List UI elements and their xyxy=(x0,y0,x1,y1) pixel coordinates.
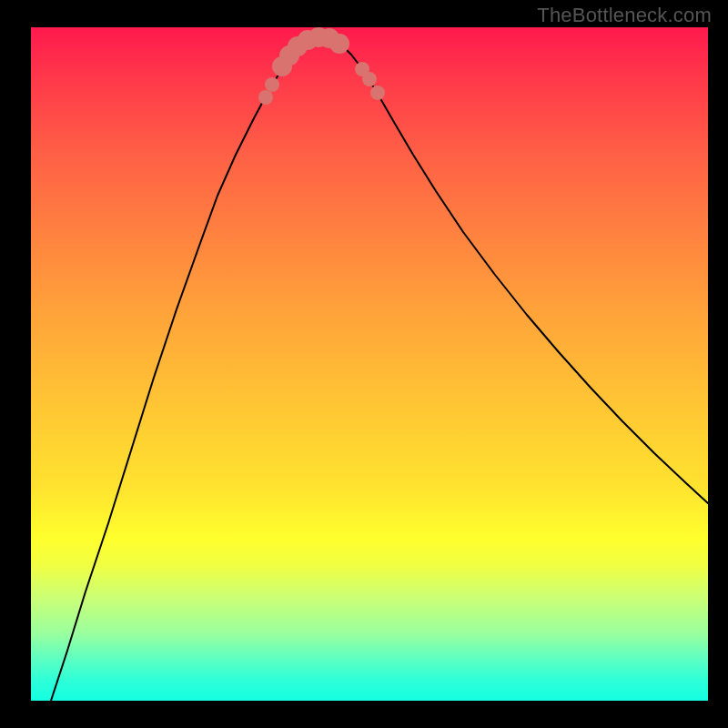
watermark-text: TheBottleneck.com xyxy=(537,4,712,27)
right-curve xyxy=(320,36,708,503)
curve-layer xyxy=(31,27,708,701)
marker-dot xyxy=(362,72,377,86)
chart-frame: TheBottleneck.com xyxy=(0,0,728,728)
marker-dot xyxy=(370,86,385,100)
curve-markers xyxy=(258,27,385,105)
bottleneck-curves xyxy=(51,36,708,701)
marker-dot xyxy=(329,34,349,54)
marker-dot xyxy=(265,77,279,92)
marker-dot xyxy=(258,90,273,105)
left-curve xyxy=(51,36,320,701)
